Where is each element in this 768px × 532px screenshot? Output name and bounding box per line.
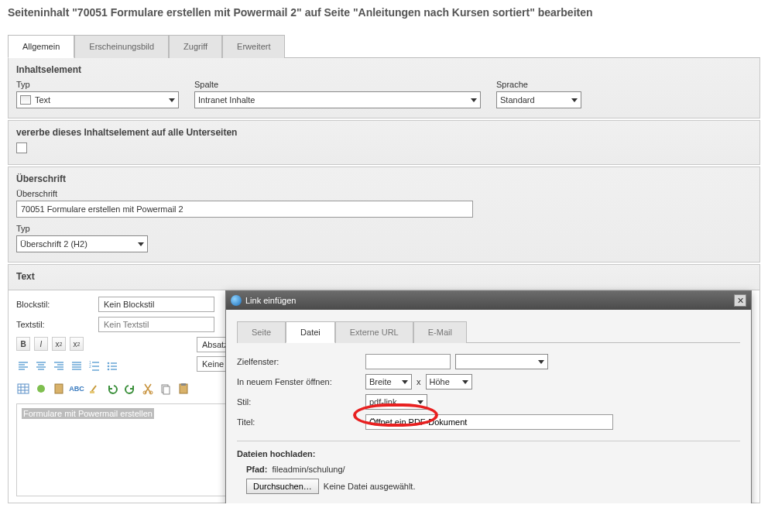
svg-rect-5 [18, 384, 29, 393]
subscript-button[interactable]: x2 [52, 337, 66, 351]
dialog-title-text: Link einfügen [245, 296, 296, 305]
textstil-select[interactable] [98, 317, 214, 332]
sprache-select[interactable]: Standard [496, 91, 581, 108]
chevron-down-icon [538, 360, 544, 364]
paste-icon[interactable] [52, 382, 66, 396]
table-icon[interactable] [16, 382, 30, 396]
stil-label: Stil: [237, 397, 361, 407]
upload-heading: Dateien hochladen: [237, 449, 740, 458]
link-icon[interactable] [34, 382, 48, 396]
hoehe-select[interactable]: Höhe [426, 374, 472, 390]
ordered-list-icon[interactable]: 12 [87, 359, 101, 373]
editor-content[interactable]: Formulare mit Powermail erstellen [16, 403, 233, 496]
svg-rect-12 [163, 386, 170, 394]
ueberschrift-typ-value: Überschrift 2 (H2) [20, 239, 87, 249]
no-file-text: Keine Datei ausgewählt. [324, 482, 416, 491]
dialog-tabs: Seite Datei Externe URL E-Mail [237, 321, 740, 343]
ueberschrift-input[interactable] [16, 201, 473, 218]
text-type-icon [20, 95, 31, 105]
cut-icon[interactable] [141, 382, 155, 396]
ueberschrift-label: Überschrift [16, 189, 752, 198]
link-dialog: Link einfügen ✕ Seite Datei Externe URL … [225, 290, 752, 503]
dialog-tab-datei[interactable]: Datei [286, 321, 335, 343]
svg-rect-14 [181, 383, 186, 386]
clean-icon[interactable] [87, 382, 101, 396]
chevron-down-icon [402, 380, 408, 384]
align-left-icon[interactable] [16, 359, 30, 373]
zielfenster-label: Zielfenster: [237, 357, 361, 366]
tab-erscheinungsbild[interactable]: Erscheinungsbild [74, 35, 169, 58]
copy-icon[interactable] [159, 382, 173, 396]
blockstil-label: Blockstil: [16, 300, 94, 309]
ueberschrift-typ-select[interactable]: Überschrift 2 (H2) [16, 235, 148, 252]
paste-clipboard-icon[interactable] [177, 382, 190, 396]
pfad-value: fileadmin/schulung/ [273, 465, 345, 474]
stil-select[interactable]: pdf-link [365, 394, 427, 410]
spalte-label: Spalte [194, 80, 481, 89]
superscript-button[interactable]: x2 [70, 337, 84, 351]
unordered-list-icon[interactable] [105, 359, 119, 373]
tab-zugriff[interactable]: Zugriff [169, 35, 222, 58]
globe-icon [231, 295, 242, 306]
vererbe-heading: vererbe dieses Inhaltselement auf alle U… [16, 127, 752, 138]
typ-select[interactable]: Text [16, 91, 179, 108]
svg-point-3 [108, 366, 110, 368]
tab-allgemein[interactable]: Allgemein [8, 35, 74, 58]
chevron-down-icon [138, 242, 144, 246]
ueberschrift-heading: Überschrift [16, 173, 752, 184]
dialog-tab-email[interactable]: E-Mail [413, 321, 467, 343]
tab-erweitert[interactable]: Erweitert [222, 35, 285, 58]
breite-select[interactable]: Breite [365, 374, 412, 390]
typ-value: Text [35, 95, 50, 105]
dialog-tab-seite[interactable]: Seite [237, 321, 286, 343]
svg-point-2 [108, 362, 110, 365]
svg-point-6 [37, 385, 45, 393]
chevron-down-icon [169, 98, 175, 102]
svg-point-4 [108, 369, 110, 371]
blockstil-select[interactable] [98, 297, 214, 312]
x-label: x [417, 377, 421, 386]
stil-value: pdf-link [369, 397, 396, 407]
hoehe-text: Höhe [430, 377, 450, 386]
vererbe-checkbox[interactable] [16, 142, 27, 153]
svg-text:2: 2 [89, 364, 91, 369]
pfad-label: Pfad: [246, 465, 268, 474]
sprache-label: Sprache [496, 80, 581, 89]
text-heading: Text [16, 271, 752, 282]
breite-text: Breite [369, 377, 392, 386]
chevron-down-icon [471, 98, 477, 102]
dialog-titlebar[interactable]: Link einfügen ✕ [226, 291, 751, 310]
zielfenster-select[interactable] [455, 354, 548, 369]
selected-text: Formulare mit Powermail erstellen [22, 408, 154, 419]
close-button[interactable]: ✕ [734, 294, 746, 307]
spalte-value: Intranet Inhalte [198, 95, 255, 105]
zielfenster-input[interactable] [365, 354, 451, 369]
textstil-label: Textstil: [16, 320, 94, 329]
undo-icon[interactable] [105, 382, 119, 396]
chevron-down-icon [462, 380, 468, 384]
page-title: Seiteninhalt "70051 Formulare erstellen … [0, 0, 768, 25]
justify-icon[interactable] [70, 359, 84, 373]
browse-button[interactable]: Durchsuchen… [246, 479, 319, 494]
align-right-icon[interactable] [52, 359, 66, 373]
ueberschrift-typ-label: Typ [16, 224, 752, 233]
titel-input[interactable] [365, 414, 613, 430]
redo-icon[interactable] [123, 382, 137, 396]
chevron-down-icon [417, 400, 423, 404]
chevron-down-icon [571, 98, 578, 102]
dialog-tab-externe-url[interactable]: Externe URL [335, 321, 413, 343]
typ-label: Typ [16, 80, 179, 89]
sprache-value: Standard [500, 95, 535, 105]
svg-rect-8 [90, 391, 94, 393]
rte-editor: Blockstil: Textstil: B I x2 x2 [8, 290, 760, 503]
close-icon: ✕ [737, 296, 744, 306]
titel-label: Titel: [237, 417, 361, 427]
spalte-select[interactable]: Intranet Inhalte [194, 91, 481, 108]
main-tabs: Allgemein Erscheinungsbild Zugriff Erwei… [8, 34, 760, 58]
spellcheck-icon[interactable]: ABC [70, 382, 84, 396]
neues-fenster-label: In neuem Fenster öffnen: [237, 377, 361, 386]
align-center-icon[interactable] [34, 359, 48, 373]
inhaltselement-heading: Inhaltselement [16, 64, 752, 75]
bold-button[interactable]: B [16, 337, 30, 351]
italic-button[interactable]: I [34, 337, 48, 351]
